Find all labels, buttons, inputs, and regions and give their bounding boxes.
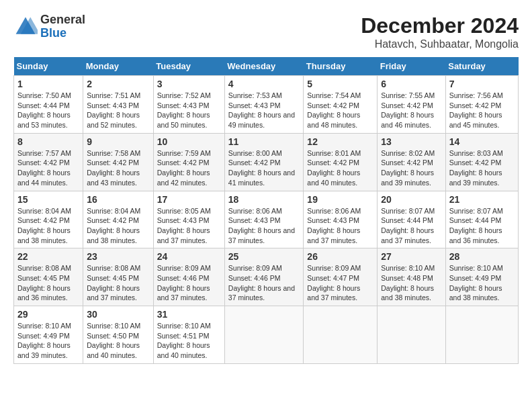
day-number: 19 [307, 194, 373, 205]
col-header-monday: Monday [83, 57, 154, 76]
calendar-cell: 23 Sunrise: 8:08 AM Sunset: 4:45 PM Dayl… [83, 248, 154, 306]
day-number: 18 [228, 194, 300, 205]
day-info: Sunrise: 8:06 AM Sunset: 4:43 PM Dayligh… [307, 206, 373, 246]
calendar-cell: 28 Sunrise: 8:10 AM Sunset: 4:49 PM Dayl… [445, 248, 518, 306]
day-info: Sunrise: 8:10 AM Sunset: 4:51 PM Dayligh… [157, 321, 221, 361]
day-info: Sunrise: 8:10 AM Sunset: 4:48 PM Dayligh… [381, 263, 442, 303]
day-info: Sunrise: 8:02 AM Sunset: 4:42 PM Dayligh… [381, 148, 442, 188]
day-number: 1 [17, 79, 79, 89]
calendar-cell: 4 Sunrise: 7:53 AM Sunset: 4:43 PM Dayli… [224, 76, 304, 134]
day-info: Sunrise: 8:09 AM Sunset: 4:47 PM Dayligh… [307, 263, 373, 303]
day-number: 10 [157, 136, 221, 147]
day-info: Sunrise: 8:05 AM Sunset: 4:43 PM Dayligh… [157, 206, 221, 246]
day-info: Sunrise: 7:58 AM Sunset: 4:42 PM Dayligh… [87, 148, 150, 188]
calendar-cell [304, 306, 378, 364]
day-number: 8 [17, 136, 79, 147]
calendar-week-row: 8 Sunrise: 7:57 AM Sunset: 4:42 PM Dayli… [14, 133, 519, 191]
day-number: 21 [449, 194, 515, 205]
calendar-cell [378, 306, 446, 364]
day-number: 3 [157, 79, 221, 89]
calendar-cell: 5 Sunrise: 7:54 AM Sunset: 4:42 PM Dayli… [304, 76, 378, 134]
calendar-cell: 29 Sunrise: 8:10 AM Sunset: 4:49 PM Dayl… [14, 306, 83, 364]
col-header-wednesday: Wednesday [224, 57, 304, 76]
calendar-cell: 21 Sunrise: 8:07 AM Sunset: 4:44 PM Dayl… [445, 191, 518, 248]
day-number: 20 [381, 194, 442, 205]
day-number: 5 [307, 79, 373, 89]
day-info: Sunrise: 8:09 AM Sunset: 4:46 PM Dayligh… [157, 263, 221, 303]
day-number: 17 [157, 194, 221, 205]
day-info: Sunrise: 7:53 AM Sunset: 4:43 PM Dayligh… [228, 91, 300, 130]
day-info: Sunrise: 8:10 AM Sunset: 4:49 PM Dayligh… [449, 263, 515, 303]
calendar-cell: 27 Sunrise: 8:10 AM Sunset: 4:48 PM Dayl… [378, 248, 446, 306]
calendar-subtitle: Hatavch, Suhbaatar, Mongolia [361, 38, 519, 50]
logo-text-general: General [40, 13, 85, 27]
day-number: 13 [381, 136, 442, 147]
day-info: Sunrise: 8:10 AM Sunset: 4:50 PM Dayligh… [87, 321, 150, 361]
calendar-cell: 2 Sunrise: 7:51 AM Sunset: 4:43 PM Dayli… [83, 76, 154, 134]
col-header-saturday: Saturday [445, 57, 518, 76]
calendar-cell: 22 Sunrise: 8:08 AM Sunset: 4:45 PM Dayl… [14, 248, 83, 306]
col-header-sunday: Sunday [14, 57, 83, 76]
day-info: Sunrise: 8:04 AM Sunset: 4:42 PM Dayligh… [87, 206, 150, 246]
calendar-cell: 8 Sunrise: 7:57 AM Sunset: 4:42 PM Dayli… [14, 133, 83, 191]
calendar-cell [224, 306, 304, 364]
day-info: Sunrise: 7:57 AM Sunset: 4:42 PM Dayligh… [17, 148, 79, 188]
day-info: Sunrise: 7:59 AM Sunset: 4:42 PM Dayligh… [157, 148, 221, 188]
calendar-header-row: SundayMondayTuesdayWednesdayThursdayFrid… [14, 57, 519, 76]
day-info: Sunrise: 8:00 AM Sunset: 4:42 PM Dayligh… [228, 148, 300, 188]
day-info: Sunrise: 8:01 AM Sunset: 4:42 PM Dayligh… [307, 148, 373, 188]
calendar-cell: 18 Sunrise: 8:06 AM Sunset: 4:43 PM Dayl… [224, 191, 304, 248]
calendar-cell: 19 Sunrise: 8:06 AM Sunset: 4:43 PM Dayl… [304, 191, 378, 248]
day-number: 31 [157, 309, 221, 320]
day-number: 6 [381, 79, 442, 89]
calendar-table: SundayMondayTuesdayWednesdayThursdayFrid… [13, 57, 519, 364]
day-number: 23 [87, 251, 150, 262]
day-number: 12 [307, 136, 373, 147]
calendar-cell: 16 Sunrise: 8:04 AM Sunset: 4:42 PM Dayl… [83, 191, 154, 248]
day-number: 29 [17, 309, 79, 320]
day-number: 4 [228, 79, 300, 89]
calendar-cell: 31 Sunrise: 8:10 AM Sunset: 4:51 PM Dayl… [153, 306, 224, 364]
day-info: Sunrise: 7:51 AM Sunset: 4:43 PM Dayligh… [87, 91, 150, 130]
day-number: 11 [228, 136, 300, 147]
day-number: 2 [87, 79, 150, 89]
day-number: 27 [381, 251, 442, 262]
day-info: Sunrise: 8:06 AM Sunset: 4:43 PM Dayligh… [228, 206, 300, 246]
calendar-cell: 10 Sunrise: 7:59 AM Sunset: 4:42 PM Dayl… [153, 133, 224, 191]
calendar-cell: 14 Sunrise: 8:03 AM Sunset: 4:42 PM Dayl… [445, 133, 518, 191]
day-info: Sunrise: 8:08 AM Sunset: 4:45 PM Dayligh… [17, 263, 79, 303]
day-number: 16 [87, 194, 150, 205]
logo-text-blue: Blue [40, 27, 85, 40]
day-info: Sunrise: 7:55 AM Sunset: 4:42 PM Dayligh… [381, 91, 442, 130]
title-block: December 2024 Hatavch, Suhbaatar, Mongol… [361, 13, 519, 50]
calendar-week-row: 15 Sunrise: 8:04 AM Sunset: 4:42 PM Dayl… [14, 191, 519, 248]
day-info: Sunrise: 7:50 AM Sunset: 4:44 PM Dayligh… [17, 91, 79, 130]
calendar-cell: 11 Sunrise: 8:00 AM Sunset: 4:42 PM Dayl… [224, 133, 304, 191]
col-header-thursday: Thursday [304, 57, 378, 76]
day-number: 26 [307, 251, 373, 262]
day-number: 22 [17, 251, 79, 262]
calendar-cell: 26 Sunrise: 8:09 AM Sunset: 4:47 PM Dayl… [304, 248, 378, 306]
day-number: 14 [449, 136, 515, 147]
day-info: Sunrise: 7:56 AM Sunset: 4:42 PM Dayligh… [449, 91, 515, 130]
calendar-cell: 6 Sunrise: 7:55 AM Sunset: 4:42 PM Dayli… [378, 76, 446, 134]
calendar-cell: 15 Sunrise: 8:04 AM Sunset: 4:42 PM Dayl… [14, 191, 83, 248]
calendar-title: December 2024 [361, 13, 519, 38]
day-info: Sunrise: 8:04 AM Sunset: 4:42 PM Dayligh… [17, 206, 79, 246]
col-header-friday: Friday [378, 57, 446, 76]
col-header-tuesday: Tuesday [153, 57, 224, 76]
calendar-cell: 1 Sunrise: 7:50 AM Sunset: 4:44 PM Dayli… [14, 76, 83, 134]
calendar-cell: 12 Sunrise: 8:01 AM Sunset: 4:42 PM Dayl… [304, 133, 378, 191]
page-header: General Blue December 2024 Hatavch, Suhb… [13, 13, 519, 50]
calendar-cell [445, 306, 518, 364]
calendar-cell: 24 Sunrise: 8:09 AM Sunset: 4:46 PM Dayl… [153, 248, 224, 306]
calendar-cell: 13 Sunrise: 8:02 AM Sunset: 4:42 PM Dayl… [378, 133, 446, 191]
calendar-week-row: 29 Sunrise: 8:10 AM Sunset: 4:49 PM Dayl… [14, 306, 519, 364]
day-number: 15 [17, 194, 79, 205]
day-info: Sunrise: 7:52 AM Sunset: 4:43 PM Dayligh… [157, 91, 221, 130]
day-info: Sunrise: 7:54 AM Sunset: 4:42 PM Dayligh… [307, 91, 373, 130]
day-info: Sunrise: 8:10 AM Sunset: 4:49 PM Dayligh… [17, 321, 79, 361]
day-number: 30 [87, 309, 150, 320]
calendar-week-row: 1 Sunrise: 7:50 AM Sunset: 4:44 PM Dayli… [14, 76, 519, 134]
calendar-cell: 30 Sunrise: 8:10 AM Sunset: 4:50 PM Dayl… [83, 306, 154, 364]
